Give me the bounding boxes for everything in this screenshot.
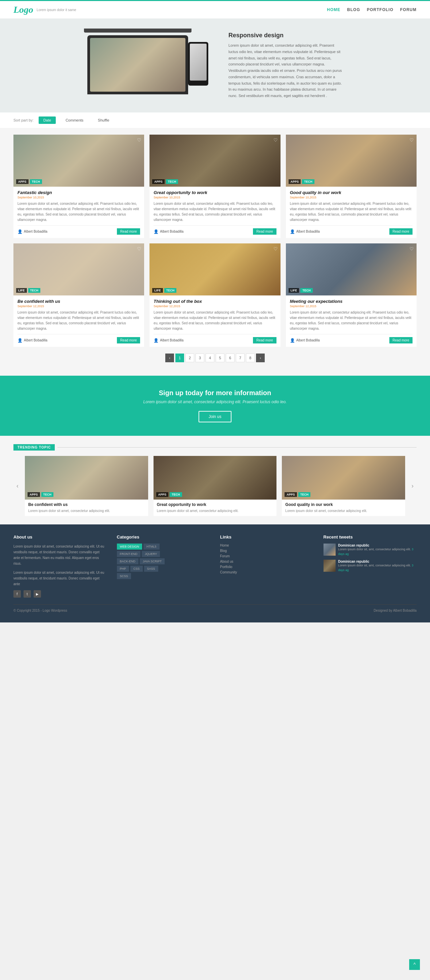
footer-tweets-title: Recent tweets	[323, 535, 417, 539]
trending-card-1-tags: APPS TECH	[27, 492, 53, 497]
facebook-icon[interactable]: f	[13, 590, 21, 598]
card-2-author: 👤 Albert Bobadilla	[153, 229, 183, 234]
card-4-date: September 12,2015	[18, 304, 140, 308]
youtube-icon[interactable]: ▶	[33, 590, 41, 598]
footer-categories-title: Categories	[117, 535, 210, 539]
trending-card-1-text: Lorem ipsum dolor sit amet, consectetur …	[28, 508, 145, 513]
tweet-2: Dominican republic Lorem ipsum dolor sit…	[323, 560, 417, 573]
twitter-icon[interactable]: t	[24, 590, 31, 598]
nav-home[interactable]: HOME	[327, 7, 340, 12]
trending-card-1-body: Be confident with us Lorem ipsum dolor s…	[25, 500, 148, 516]
pagination-prev[interactable]: ‹	[165, 353, 174, 362]
link-forum[interactable]: Forum	[220, 554, 314, 558]
nav-blog[interactable]: BLOG	[347, 7, 360, 12]
tag-apps: APPS	[152, 179, 165, 184]
phone-device	[188, 42, 208, 86]
page-1[interactable]: 1	[175, 353, 184, 362]
card-4-footer: 👤 Albert Bobadilla Read more	[18, 334, 140, 344]
trending-card-2-image: APPS TECH	[153, 456, 277, 500]
cat-row-1: WEB DESIGN HTML5	[117, 544, 210, 550]
card-3-body: Good quality in our work September 10,20…	[286, 187, 417, 238]
carousel-next-button[interactable]: ›	[409, 476, 417, 496]
card-2-footer: 👤 Albert Bobadilla Read more	[153, 225, 276, 235]
card-4-read-more[interactable]: Read more	[117, 337, 140, 344]
cat-frontend[interactable]: FRONT-END	[117, 551, 141, 557]
page-3[interactable]: 3	[196, 353, 204, 362]
cat-jquery[interactable]: JQUERY	[142, 551, 160, 557]
laptop-device	[88, 35, 188, 94]
card-4-heart-icon: ♡	[137, 246, 142, 251]
pagination-next[interactable]: ›	[256, 353, 265, 362]
card-3-image: ♡ APPS TECH	[286, 135, 417, 187]
page-6[interactable]: 6	[226, 353, 234, 362]
tag-life: LIFE	[16, 288, 27, 293]
card-1-read-more[interactable]: Read more	[117, 228, 140, 235]
nav-forum[interactable]: FORUM	[400, 7, 417, 12]
author-icon: 👤	[18, 229, 22, 234]
tweet-1-title: Dominican republic	[338, 544, 417, 547]
card-6-heart-icon: ♡	[409, 246, 414, 251]
page-5[interactable]: 5	[216, 353, 225, 362]
logo[interactable]: Logo	[13, 4, 33, 15]
cat-css[interactable]: CSS	[131, 566, 143, 572]
card-1-title: Fantastic design	[18, 190, 140, 195]
cat-sass[interactable]: SASS	[144, 566, 158, 572]
filter-date[interactable]: Date	[39, 116, 56, 124]
filter-comments[interactable]: Comments	[61, 116, 88, 124]
link-blog[interactable]: Blog	[220, 549, 314, 553]
card-6-body: Meeting our expectations September 12,20…	[286, 296, 417, 347]
carousel-prev-button[interactable]: ‹	[13, 476, 21, 496]
card-5-body: Thinking out of the box September 12,201…	[150, 296, 280, 347]
cta-section: Sign up today for more information Lorem…	[0, 376, 430, 436]
trending-grid: APPS TECH Be confident with us Lorem ips…	[25, 456, 405, 516]
footer-cats: WEB DESIGN HTML5 FRONT-END JQUERY BACK-E…	[117, 544, 210, 579]
card-3-read-more[interactable]: Read more	[389, 228, 412, 235]
card-6-image: ♡ LIFE TECH	[286, 243, 417, 296]
page-8[interactable]: 8	[246, 353, 255, 362]
link-home[interactable]: Home	[220, 544, 314, 547]
cat-row-4: PHP CSS SASS	[117, 566, 210, 572]
tweet-1-image	[323, 544, 336, 556]
tag-tech: TECH	[30, 179, 42, 184]
card-3-title: Good quality in our work	[290, 190, 412, 195]
cat-html5[interactable]: HTML5	[143, 544, 159, 550]
tag-tech: TECH	[170, 492, 182, 497]
footer-about-text1: Lorem ipsum dolor sit amet, consectetur …	[13, 544, 107, 566]
hero-content: Responsive design Lorem ipsum dolor sit …	[228, 32, 342, 99]
cat-web-design[interactable]: WEB DESIGN	[117, 544, 142, 550]
cat-php[interactable]: PHP	[117, 566, 129, 572]
blog-card-2: ♡ APPS TECH Great opportunity to work Se…	[150, 135, 280, 238]
link-community[interactable]: Community	[220, 570, 314, 574]
card-6-date: September 12,2015	[290, 304, 412, 308]
trending-card-3-text: Lorem ipsum dolor sit amet, consectetur …	[285, 508, 402, 513]
footer: About us Lorem ipsum dolor sit amet, con…	[0, 524, 430, 622]
card-2-read-more[interactable]: Read more	[253, 228, 276, 235]
blog-card-6: ♡ LIFE TECH Meeting our expectations Sep…	[286, 243, 417, 347]
link-about[interactable]: About us	[220, 560, 314, 563]
card-5-read-more[interactable]: Read more	[253, 337, 276, 344]
cat-javascript[interactable]: JAVA SCRIPT	[140, 558, 165, 564]
hero-devices	[88, 29, 215, 102]
page-7[interactable]: 7	[236, 353, 245, 362]
trending-card-3-body: Good quality in our work Lorem ipsum dol…	[282, 500, 405, 516]
card-5-heart-icon: ♡	[274, 246, 278, 251]
card-5-tags: LIFE TECH	[152, 288, 176, 293]
cat-backend[interactable]: BACK-END	[117, 558, 139, 564]
link-portfolio[interactable]: Portfolio	[220, 565, 314, 569]
cat-scss[interactable]: SCSS	[117, 573, 131, 579]
page-2[interactable]: 2	[185, 353, 194, 362]
filter-shuffle[interactable]: Shuffle	[93, 116, 114, 124]
author-icon: 👤	[290, 338, 295, 343]
cta-button[interactable]: Join us	[199, 411, 231, 422]
trending-card-2-text: Lorem ipsum dolor sit amet, consectetur …	[157, 508, 274, 513]
nav-portfolio[interactable]: PORTFOLIO	[367, 7, 393, 12]
page-4[interactable]: 4	[205, 353, 214, 362]
card-1-body: Fantastic design September 10,2015 Lorem…	[13, 187, 144, 238]
card-5-text: Lorem ipsum dolor sit amet, consectetur …	[153, 310, 276, 331]
card-6-read-more[interactable]: Read more	[389, 337, 412, 344]
card-6-author: 👤 Albert Bobadilla	[290, 338, 320, 343]
card-6-footer: 👤 Albert Bobadilla Read more	[290, 334, 412, 344]
blog-card-3: ♡ APPS TECH Good quality in our work Sep…	[286, 135, 417, 238]
laptop-base	[84, 29, 191, 33]
logo-tagline: Lorem ipsum dolor it same	[37, 8, 76, 12]
